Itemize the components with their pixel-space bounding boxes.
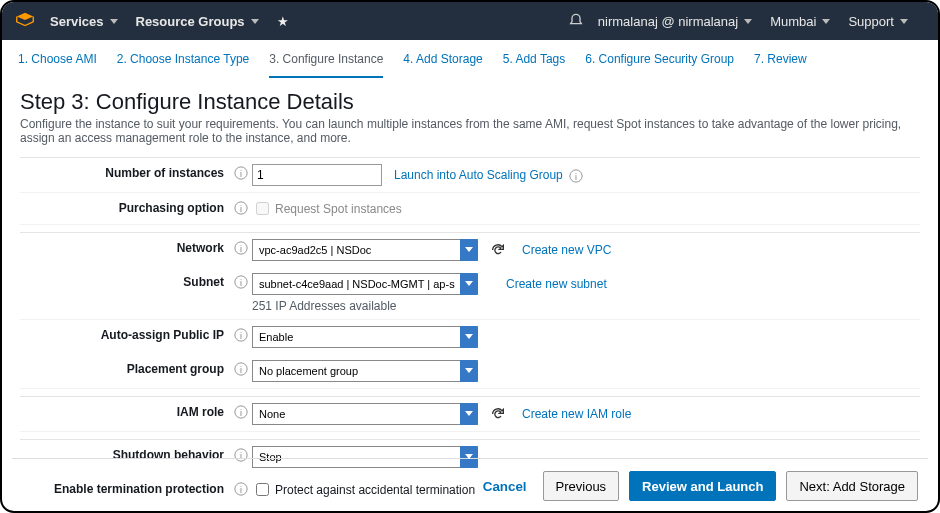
subnet-helper: 251 IP Addresses available: [252, 299, 920, 313]
step-add-tags[interactable]: 5. Add Tags: [503, 50, 566, 78]
create-subnet-link[interactable]: Create new subnet: [506, 277, 607, 291]
label-num-instances: Number of instances: [20, 164, 230, 180]
menu-support[interactable]: Support: [848, 14, 908, 29]
svg-text:i: i: [240, 331, 242, 341]
launch-asg-link[interactable]: Launch into Auto Scaling Group: [394, 168, 563, 182]
request-spot-checkbox[interactable]: [256, 202, 269, 215]
svg-text:i: i: [240, 408, 242, 418]
iam-role-select[interactable]: None: [252, 403, 478, 425]
label-auto-public-ip: Auto-assign Public IP: [20, 326, 230, 342]
step-choose-instance-type[interactable]: 2. Choose Instance Type: [117, 50, 250, 78]
chevron-down-icon: [251, 19, 259, 24]
svg-text:i: i: [240, 365, 242, 375]
svg-text:i: i: [240, 278, 242, 288]
svg-text:i: i: [240, 244, 242, 254]
step-security-group[interactable]: 6. Configure Security Group: [585, 50, 734, 78]
menu-region[interactable]: Mumbai: [770, 14, 830, 29]
svg-text:i: i: [240, 204, 242, 214]
svg-text:i: i: [575, 172, 577, 182]
chevron-down-icon: [822, 19, 830, 24]
label-iam-role: IAM role: [20, 403, 230, 419]
info-icon[interactable]: i: [230, 360, 252, 376]
menu-services[interactable]: Services: [50, 14, 118, 29]
label-subnet: Subnet: [20, 273, 230, 289]
refresh-icon[interactable]: [490, 406, 506, 422]
info-icon[interactable]: i: [230, 164, 252, 180]
top-nav: Services Resource Groups ★ nirmalanaj @ …: [2, 2, 938, 40]
refresh-icon[interactable]: [490, 242, 506, 258]
info-icon[interactable]: i: [230, 403, 252, 419]
info-icon[interactable]: i: [230, 239, 252, 255]
next-button[interactable]: Next: Add Storage: [786, 471, 918, 501]
label-placement: Placement group: [20, 360, 230, 376]
svg-text:i: i: [240, 169, 242, 179]
info-icon[interactable]: i: [230, 326, 252, 342]
page-title: Step 3: Configure Instance Details: [20, 89, 920, 115]
menu-pin[interactable]: ★: [277, 14, 289, 29]
step-review[interactable]: 7. Review: [754, 50, 807, 78]
menu-resource-groups[interactable]: Resource Groups: [136, 14, 259, 29]
step-configure-instance[interactable]: 3. Configure Instance: [269, 50, 383, 78]
step-add-storage[interactable]: 4. Add Storage: [403, 50, 482, 78]
chevron-down-icon: [744, 19, 752, 24]
subnet-select[interactable]: subnet-c4ce9aad | NSDoc-MGMT | ap-south-…: [252, 273, 478, 295]
step-choose-ami[interactable]: 1. Choose AMI: [18, 50, 97, 78]
menu-account[interactable]: nirmalanaj @ nirmalanaj: [598, 14, 752, 29]
wizard-steps: 1. Choose AMI 2. Choose Instance Type 3.…: [2, 40, 938, 79]
info-icon[interactable]: i: [230, 273, 252, 289]
chevron-down-icon: [110, 19, 118, 24]
footer-actions: Cancel Previous Review and Launch Next: …: [12, 458, 928, 501]
placement-select[interactable]: No placement group: [252, 360, 478, 382]
cancel-button[interactable]: Cancel: [477, 478, 533, 495]
info-icon[interactable]: i: [230, 199, 252, 215]
create-vpc-link[interactable]: Create new VPC: [522, 243, 611, 257]
page-description: Configure the instance to suit your requ…: [20, 117, 920, 145]
create-iam-role-link[interactable]: Create new IAM role: [522, 407, 631, 421]
auto-public-ip-select[interactable]: Enable: [252, 326, 478, 348]
aws-logo-icon[interactable]: [14, 10, 36, 32]
network-select[interactable]: vpc-ac9ad2c5 | NSDoc: [252, 239, 478, 261]
bell-icon[interactable]: [568, 13, 584, 29]
num-instances-input[interactable]: [252, 164, 382, 186]
review-launch-button[interactable]: Review and Launch: [629, 471, 776, 501]
request-spot-label: Request Spot instances: [275, 202, 402, 216]
label-network: Network: [20, 239, 230, 255]
previous-button[interactable]: Previous: [543, 471, 620, 501]
info-icon[interactable]: i: [567, 167, 585, 183]
label-purchasing: Purchasing option: [20, 199, 230, 215]
chevron-down-icon: [900, 19, 908, 24]
